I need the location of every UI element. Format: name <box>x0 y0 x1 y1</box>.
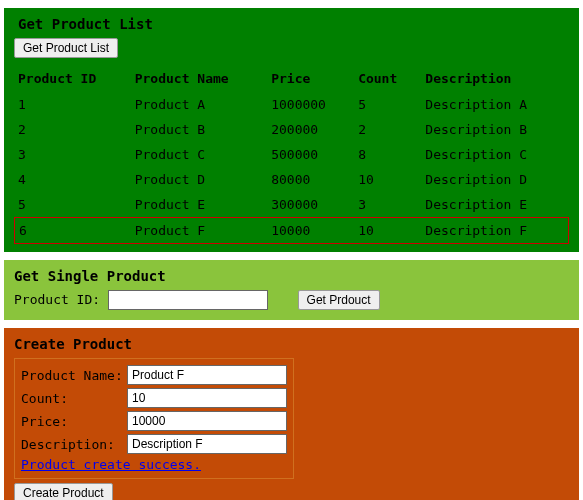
create-price-input[interactable] <box>127 411 287 431</box>
create-count-label: Count: <box>21 391 127 406</box>
create-success-message[interactable]: Product create success. <box>21 457 201 472</box>
cell-id: 2 <box>14 117 131 142</box>
table-row: 2 Product B 200000 2 Description B <box>14 117 569 142</box>
cell-count: 2 <box>354 117 421 142</box>
col-count: Count <box>354 66 421 92</box>
cell-price: 10000 <box>267 217 354 244</box>
get-product-button[interactable]: Get Prdouct <box>298 290 380 310</box>
col-desc: Description <box>421 66 569 92</box>
get-single-title: Get Single Product <box>14 268 569 284</box>
create-desc-input[interactable] <box>127 434 287 454</box>
create-count-input[interactable] <box>127 388 287 408</box>
table-header-row: Product ID Product Name Price Count Desc… <box>14 66 569 92</box>
create-title: Create Product <box>14 336 569 352</box>
cell-price: 200000 <box>267 117 354 142</box>
cell-name: Product B <box>131 117 267 142</box>
get-product-list-title: Get Product List <box>18 16 569 32</box>
cell-name: Product A <box>131 92 267 117</box>
cell-price: 1000000 <box>267 92 354 117</box>
table-row: 4 Product D 80000 10 Description D <box>14 167 569 192</box>
cell-id: 4 <box>14 167 131 192</box>
cell-desc: Description D <box>421 167 569 192</box>
create-product-button[interactable]: Create Product <box>14 483 113 500</box>
product-id-input[interactable] <box>108 290 268 310</box>
cell-name: Product D <box>131 167 267 192</box>
create-name-label: Product Name: <box>21 368 127 383</box>
cell-name: Product C <box>131 142 267 167</box>
cell-desc: Description A <box>421 92 569 117</box>
create-price-label: Price: <box>21 414 127 429</box>
create-form: Product Name: Count: Price: Description:… <box>14 358 294 479</box>
cell-count: 3 <box>354 192 421 217</box>
col-name: Product Name <box>131 66 267 92</box>
create-name-input[interactable] <box>127 365 287 385</box>
table-row: 5 Product E 300000 3 Description E <box>14 192 569 217</box>
cell-id: 6 <box>14 217 131 244</box>
col-price: Price <box>267 66 354 92</box>
cell-desc: Description C <box>421 142 569 167</box>
cell-id: 1 <box>14 92 131 117</box>
cell-count: 10 <box>354 167 421 192</box>
cell-desc: Description E <box>421 192 569 217</box>
table-row: 1 Product A 1000000 5 Description A <box>14 92 569 117</box>
cell-price: 300000 <box>267 192 354 217</box>
cell-count: 10 <box>354 217 421 244</box>
get-product-list-button[interactable]: Get Product List <box>14 38 118 58</box>
cell-desc: Description F <box>421 217 569 244</box>
cell-count: 8 <box>354 142 421 167</box>
cell-name: Product E <box>131 192 267 217</box>
table-row-selected: 6 Product F 10000 10 Description F <box>14 217 569 244</box>
cell-id: 3 <box>14 142 131 167</box>
create-desc-label: Description: <box>21 437 127 452</box>
cell-price: 500000 <box>267 142 354 167</box>
get-single-product-panel: Get Single Product Product ID: Get Prdou… <box>4 260 579 320</box>
cell-desc: Description B <box>421 117 569 142</box>
cell-name: Product F <box>131 217 267 244</box>
create-product-panel: Create Product Product Name: Count: Pric… <box>4 328 579 500</box>
table-row: 3 Product C 500000 8 Description C <box>14 142 569 167</box>
product-id-label: Product ID: <box>14 292 100 307</box>
cell-count: 5 <box>354 92 421 117</box>
cell-price: 80000 <box>267 167 354 192</box>
cell-id: 5 <box>14 192 131 217</box>
get-product-list-panel: Get Product List Get Product List Produc… <box>4 8 579 252</box>
product-table: Product ID Product Name Price Count Desc… <box>14 66 569 244</box>
col-id: Product ID <box>14 66 131 92</box>
